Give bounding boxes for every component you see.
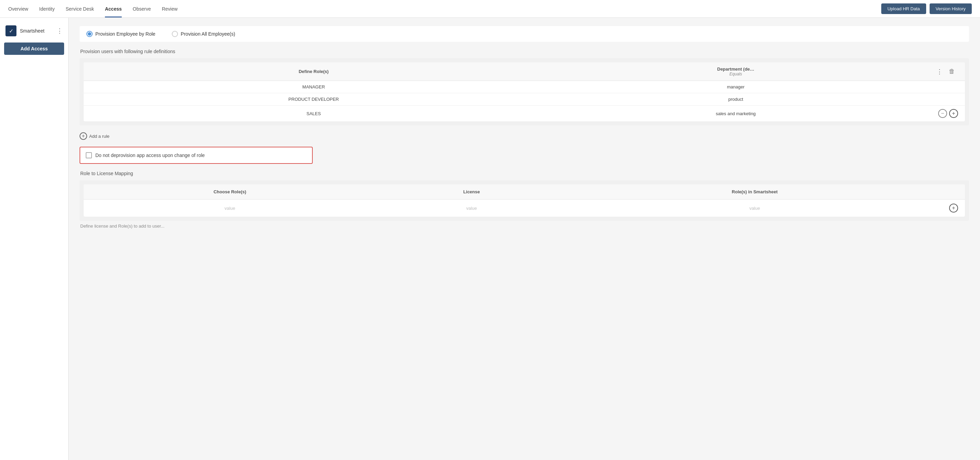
rule-definitions-title: Provision users with following rule defi…	[80, 49, 969, 54]
app-menu-icon[interactable]: ⋮	[57, 27, 63, 35]
sidebar-app: ✓ Smartsheet ⋮	[4, 23, 64, 38]
license-col-action-header	[942, 184, 965, 200]
rule-table-wrapper: Define Role(s) Department (de… Equals ⋮	[80, 58, 969, 125]
top-nav: Overview Identity Service Desk Access Ob…	[0, 0, 980, 18]
rule-row-end-actions: − +	[928, 106, 965, 122]
provision-row: Provision Employee by Role Provision All…	[80, 26, 969, 42]
license-license-value: value	[376, 200, 567, 217]
sidebar: ✓ Smartsheet ⋮ Add Access	[0, 18, 68, 460]
rule-role-cell: SALES	[84, 106, 544, 122]
table-row: MANAGER manager	[84, 81, 965, 93]
tab-access[interactable]: Access	[105, 0, 122, 17]
rule-role-cell: MANAGER	[84, 81, 544, 93]
rule-role-cell: PRODUCT DEVELOPER	[84, 93, 544, 106]
app-name-label: Smartsheet	[20, 28, 45, 33]
radio-inner	[88, 32, 91, 36]
deprovision-label: Do not deprovision app access upon chang…	[95, 152, 205, 158]
tab-observe[interactable]: Observe	[133, 0, 151, 17]
add-rule-row[interactable]: + Add a rule	[80, 131, 969, 141]
license-table: Choose Role(s) License Role(s) in Smarts…	[84, 184, 965, 217]
rule-col-dept-sub: Equals	[729, 71, 742, 76]
add-access-button[interactable]: Add Access	[4, 43, 64, 55]
license-table-row: value value value +	[84, 200, 965, 217]
rule-more-options-icon[interactable]: ⋮	[935, 67, 944, 76]
provision-by-role-radio[interactable]	[86, 31, 92, 37]
rule-dept-cell: sales and marketing	[544, 106, 928, 122]
license-col-license-header: License	[376, 184, 567, 200]
tab-service-desk[interactable]: Service Desk	[66, 0, 94, 17]
add-row-button[interactable]: +	[949, 109, 958, 118]
provision-by-role-option[interactable]: Provision Employee by Role	[86, 31, 155, 37]
provision-all-radio[interactable]	[172, 31, 178, 37]
rule-delete-icon[interactable]: 🗑	[947, 67, 957, 76]
license-col-smartsheet-roles-header: Role(s) in Smartsheet	[567, 184, 942, 200]
rule-col-actions-header: ⋮ 🗑	[928, 62, 965, 81]
deprovision-checkbox[interactable]	[86, 152, 92, 159]
license-smartsheet-value: value	[567, 200, 942, 217]
rule-row-action-cell	[928, 81, 965, 93]
rule-table: Define Role(s) Department (de… Equals ⋮	[84, 62, 965, 121]
nav-tabs: Overview Identity Service Desk Access Ob…	[8, 0, 178, 17]
add-license-row-button[interactable]: +	[949, 204, 958, 213]
deprovision-checkbox-row[interactable]: Do not deprovision app access upon chang…	[80, 147, 313, 164]
rule-col-role-header: Define Role(s)	[84, 62, 544, 81]
tab-review[interactable]: Review	[162, 0, 178, 17]
license-mapping-title: Role to License Mapping	[80, 171, 969, 176]
version-history-button[interactable]: Version History	[930, 3, 972, 14]
rule-dept-cell: manager	[544, 81, 928, 93]
main-layout: ✓ Smartsheet ⋮ Add Access Provision Empl…	[0, 18, 980, 460]
main-content: Provision Employee by Role Provision All…	[68, 18, 980, 460]
remove-row-button[interactable]: −	[938, 109, 947, 118]
table-row: PRODUCT DEVELOPER product	[84, 93, 965, 106]
provision-all-employees-option[interactable]: Provision All Employee(s)	[172, 31, 235, 37]
tab-overview[interactable]: Overview	[8, 0, 28, 17]
add-rule-icon: +	[80, 132, 87, 140]
table-row: SALES sales and marketing − +	[84, 106, 965, 122]
app-icon: ✓	[5, 25, 16, 36]
bottom-hint: Define license and Role(s) to add to use…	[80, 224, 969, 228]
license-roles-value: value	[84, 200, 376, 217]
rule-dept-cell: product	[544, 93, 928, 106]
license-add-action: +	[942, 200, 965, 217]
add-rule-label: Add a rule	[89, 134, 110, 139]
upload-hr-data-button[interactable]: Upload HR Data	[881, 3, 926, 14]
license-table-wrapper: Choose Role(s) License Role(s) in Smarts…	[80, 180, 969, 221]
nav-actions: Upload HR Data Version History	[881, 3, 972, 14]
provision-all-label: Provision All Employee(s)	[181, 31, 235, 36]
license-col-roles-header: Choose Role(s)	[84, 184, 376, 200]
provision-by-role-label: Provision Employee by Role	[95, 31, 155, 36]
rule-row-action-cell	[928, 93, 965, 106]
tab-identity[interactable]: Identity	[39, 0, 54, 17]
rule-col-dept-header: Department (de… Equals	[544, 62, 928, 81]
